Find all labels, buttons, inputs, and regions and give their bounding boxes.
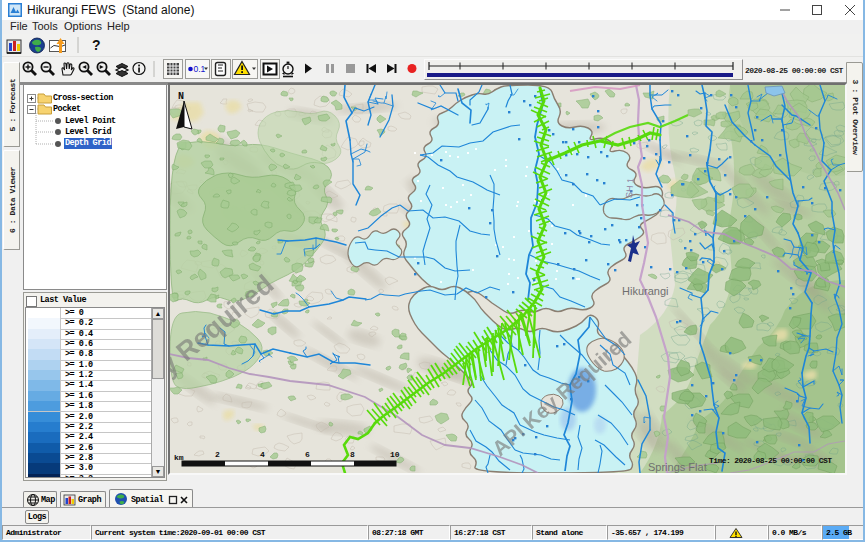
svg-text:6: 6 xyxy=(305,450,310,459)
svg-text:Time: 2020-08-25 00:00:00 CST: Time: 2020-08-25 00:00:00 CST xyxy=(709,456,832,465)
svg-text:8: 8 xyxy=(350,450,355,459)
svg-text:2: 2 xyxy=(215,450,220,459)
svg-text:10: 10 xyxy=(390,450,400,459)
svg-text:Springs Flat: Springs Flat xyxy=(648,461,707,473)
svg-text:?: ? xyxy=(92,37,101,53)
svg-text:N: N xyxy=(178,91,184,102)
svg-text:0.1: 0.1 xyxy=(194,64,206,74)
svg-text:SH 1: SH 1 xyxy=(624,178,636,199)
svg-text:4: 4 xyxy=(260,450,265,459)
svg-text:Hikurangi: Hikurangi xyxy=(622,285,668,297)
